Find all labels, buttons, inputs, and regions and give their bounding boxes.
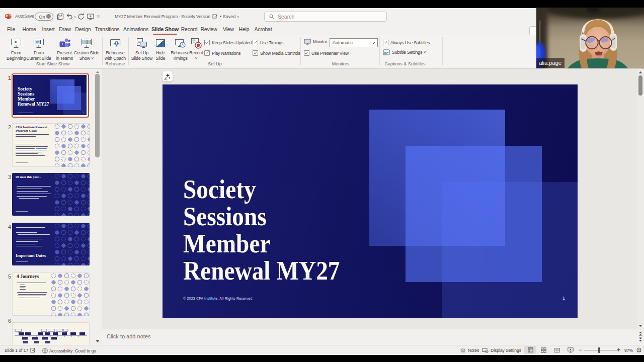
hide-slide-button[interactable]: Hide Slide: [153, 37, 168, 61]
monitor-dropdown[interactable]: Automatic: [330, 38, 378, 47]
thumbnail-slide-2[interactable]: CFA Institute Renewal Program Goals: [12, 123, 90, 167]
tab-file[interactable]: File: [4, 25, 18, 34]
thumbnail-text-line: [16, 232, 37, 233]
tab-slide-show[interactable]: Slide Show: [151, 25, 179, 34]
designer-sparkle-button[interactable]: [163, 71, 173, 81]
start-presentation-icon[interactable]: [87, 13, 95, 21]
thumbnail-text-line: [16, 239, 43, 239]
saved-text: Saved: [223, 14, 236, 19]
notes-placeholder[interactable]: Click to add notes: [107, 333, 150, 339]
reading-view-icon[interactable]: [554, 347, 560, 353]
from-beginning-icon: [10, 37, 23, 49]
quick-access-customize-icon[interactable]: ≡: [97, 14, 100, 20]
checkbox-use-presenter-view[interactable]: Use Presenter View: [304, 50, 349, 56]
undo-icon[interactable]: [66, 13, 74, 21]
slide-title[interactable]: Society Sessions Member Renewal MY27: [183, 176, 340, 285]
from-current-slide-button[interactable]: From Current Slide: [25, 37, 53, 61]
tab-insert[interactable]: Insert: [39, 25, 57, 34]
undo-dropdown-caret[interactable]: ˅: [74, 15, 76, 19]
thumbnail-copyright-line: [17, 311, 28, 311]
set-up-slide-show-button[interactable]: Set Up Slide Show: [129, 37, 155, 61]
tab-help[interactable]: Help: [236, 25, 252, 34]
checkbox-always-use-subtitles[interactable]: Always Use Subtitles: [383, 40, 430, 45]
thumbnail-canvas: Society Sessions Member Renewal MY27 1: [13, 75, 87, 115]
tab-transitions[interactable]: Transitions: [94, 25, 121, 34]
rehearse-with-coach-button[interactable]: Rehearse with Coach: [101, 37, 129, 61]
thumbnail-number: 2: [4, 124, 11, 130]
record-button[interactable]: Record ˅: [186, 37, 206, 61]
tab-animations[interactable]: Animations: [122, 25, 149, 34]
thumbnail-slide-1[interactable]: Society Sessions Member Renewal MY27 1: [12, 73, 89, 118]
thumbnail-text-line: [16, 134, 49, 135]
tab-home[interactable]: Home: [20, 25, 38, 34]
subtitle-settings-button[interactable]: Subtitle Settings ˅: [383, 49, 426, 55]
scroll-down-icon[interactable]: [96, 340, 100, 343]
saved-status[interactable]: • Saved ˅: [220, 14, 239, 19]
custom-slide-show-button[interactable]: Custom Slide Show ˅: [70, 37, 103, 61]
slide-indicator[interactable]: Slide 1 of 17: [5, 348, 28, 353]
decor-square-1: [369, 110, 505, 246]
normal-view-button[interactable]: [524, 346, 536, 354]
thumbnail-scrollbar[interactable]: [94, 69, 101, 345]
thumbnail-slide-3[interactable]: Of note this year...: [12, 173, 90, 216]
thumbnail-slide-6[interactable]: [12, 322, 90, 345]
tab-acrobat[interactable]: Acrobat: [252, 25, 274, 34]
autosave-toggle[interactable]: On: [35, 13, 53, 21]
checkbox-icon: [204, 50, 210, 56]
thumbnail-text-line: [16, 146, 48, 147]
zoom-slider-thumb[interactable]: [598, 347, 600, 353]
thumbnail-slide-5[interactable]: 4 Journeys: [12, 273, 90, 316]
thumbnail-text-line: [16, 144, 33, 144]
tab-record[interactable]: Record: [179, 25, 199, 34]
rehearse-timings-icon: [174, 37, 187, 49]
slide-show-view-icon[interactable]: [568, 347, 574, 353]
checkbox-show-media-controls[interactable]: Show Media Controls: [253, 50, 300, 56]
tab-draw[interactable]: Draw: [57, 25, 73, 34]
display-settings-button[interactable]: Display Settings: [482, 348, 521, 353]
notes-icon: [460, 348, 466, 353]
redo-icon[interactable]: [77, 13, 85, 21]
thumbnail-text-line: [16, 153, 38, 154]
thumbnail-text-line: [16, 230, 47, 230]
slide-canvas[interactable]: Society Sessions Member Renewal MY27 © 2…: [163, 84, 578, 318]
previous-slide-button[interactable]: [638, 331, 642, 336]
tab-review[interactable]: Review: [199, 25, 219, 34]
rehearse-with-coach-icon: [109, 37, 122, 49]
zoom-level[interactable]: 97%: [624, 348, 633, 353]
checkbox-use-timings[interactable]: Use Timings: [253, 40, 283, 45]
notes-toggle-button[interactable]: Notes: [460, 348, 479, 353]
webcam-overlay: alia.page: [536, 8, 644, 68]
powerpoint-logo-icon: P: [5, 13, 12, 20]
document-location-icon[interactable]: [212, 14, 218, 19]
notes-pane[interactable]: [102, 329, 644, 345]
group-label-captions: Captions & Subtitles: [380, 61, 430, 66]
thumbnail-copyright-line: [16, 261, 28, 262]
thumbnail-text-line: [18, 234, 50, 235]
checkbox-play-narrations[interactable]: Play Narrations: [204, 50, 240, 56]
scroll-up-icon[interactable]: [638, 71, 642, 74]
thumbnail-text-line: [17, 191, 48, 192]
search-input[interactable]: Search: [264, 12, 387, 22]
thumbnail-page-number: 1: [83, 111, 84, 114]
checkbox-icon: [253, 40, 258, 45]
slide-area-scrollbar[interactable]: [637, 69, 644, 350]
thumbnail-title: Society Sessions Member Renewal MY27: [18, 86, 49, 107]
scroll-down-icon[interactable]: [638, 324, 642, 327]
slide-sorter-view-icon[interactable]: [541, 347, 546, 353]
accessibility-status[interactable]: Accessibility: Good to go: [42, 348, 96, 353]
checkbox-keep-slides-updated[interactable]: Keep Slides Updated: [204, 40, 252, 45]
tab-design[interactable]: Design: [73, 25, 93, 34]
save-icon[interactable]: [56, 13, 64, 21]
zoom-in-button[interactable]: +: [617, 346, 620, 353]
thumbnail-number: 6: [4, 318, 11, 324]
tab-view[interactable]: View: [220, 25, 236, 34]
scrollbar-thumb[interactable]: [638, 75, 642, 96]
thumbnail-title: CFA Institute Renewal Program Goals: [16, 125, 53, 132]
zoom-out-button[interactable]: −: [579, 346, 582, 353]
scrollbar-thumb[interactable]: [95, 74, 100, 157]
spell-check-icon[interactable]: [30, 347, 36, 353]
thumbnail-slide-4[interactable]: Important Dates: [12, 223, 90, 265]
next-slide-button[interactable]: [638, 337, 642, 342]
zoom-slider-track[interactable]: [584, 350, 620, 350]
scroll-up-icon[interactable]: [96, 70, 100, 73]
